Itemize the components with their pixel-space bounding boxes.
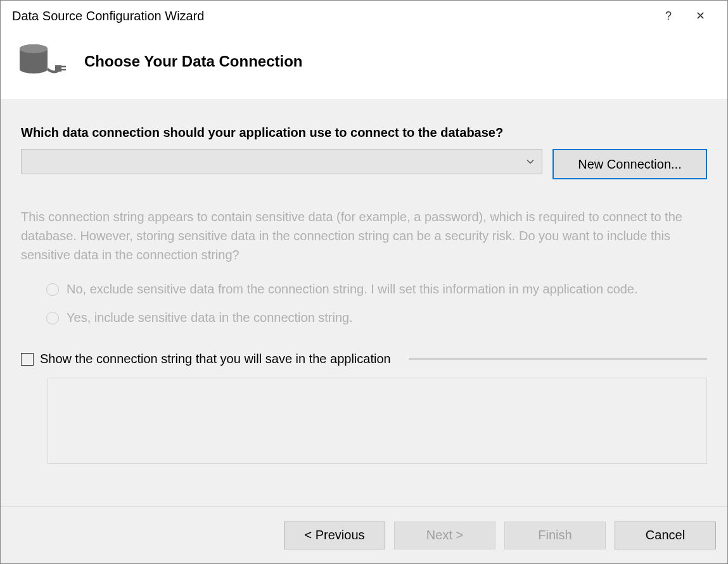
wizard-footer: < Previous Next > Finish Cancel xyxy=(1,506,727,563)
svg-point-3 xyxy=(20,44,48,53)
close-button[interactable]: ✕ xyxy=(684,3,716,29)
cancel-button[interactable]: Cancel xyxy=(615,522,716,549)
wizard-content: Which data connection should your applic… xyxy=(1,99,727,506)
titlebar: Data Source Configuration Wizard ? ✕ xyxy=(1,1,727,31)
page-heading: Choose Your Data Connection xyxy=(84,53,302,70)
wizard-header: Choose Your Data Connection xyxy=(1,31,727,99)
close-icon: ✕ xyxy=(696,9,705,23)
help-icon: ? xyxy=(665,10,672,23)
show-connection-string-toggle[interactable]: Show the connection string that you will… xyxy=(21,352,707,366)
radio-include-sensitive: Yes, include sensitive data in the conne… xyxy=(46,311,707,325)
svg-rect-4 xyxy=(55,65,61,72)
radio-exclude-sensitive: No, exclude sensitive data from the conn… xyxy=(46,282,707,297)
connection-dropdown[interactable] xyxy=(21,149,542,174)
expand-box-icon xyxy=(21,353,34,366)
new-connection-button[interactable]: New Connection... xyxy=(552,149,707,179)
help-button[interactable]: ? xyxy=(653,3,684,29)
show-connection-string-label: Show the connection string that you will… xyxy=(40,352,391,366)
question-label: Which data connection should your applic… xyxy=(21,125,707,140)
connection-row: New Connection... xyxy=(21,149,707,179)
divider xyxy=(409,359,707,359)
sensitive-data-radio-group: No, exclude sensitive data from the conn… xyxy=(21,282,707,339)
radio-include-label: Yes, include sensitive data in the conne… xyxy=(67,311,353,325)
radio-icon xyxy=(46,312,59,324)
window-title: Data Source Configuration Wizard xyxy=(12,9,653,23)
chevron-down-icon xyxy=(527,157,534,167)
previous-button[interactable]: < Previous xyxy=(284,522,385,549)
database-icon xyxy=(16,42,67,80)
radio-icon xyxy=(46,283,59,296)
finish-button: Finish xyxy=(504,522,606,549)
svg-point-2 xyxy=(20,65,48,74)
radio-exclude-label: No, exclude sensitive data from the conn… xyxy=(67,282,638,297)
sensitive-data-info: This connection string appears to contai… xyxy=(21,207,707,264)
next-button: Next > xyxy=(394,522,495,549)
connection-string-display xyxy=(48,378,707,464)
